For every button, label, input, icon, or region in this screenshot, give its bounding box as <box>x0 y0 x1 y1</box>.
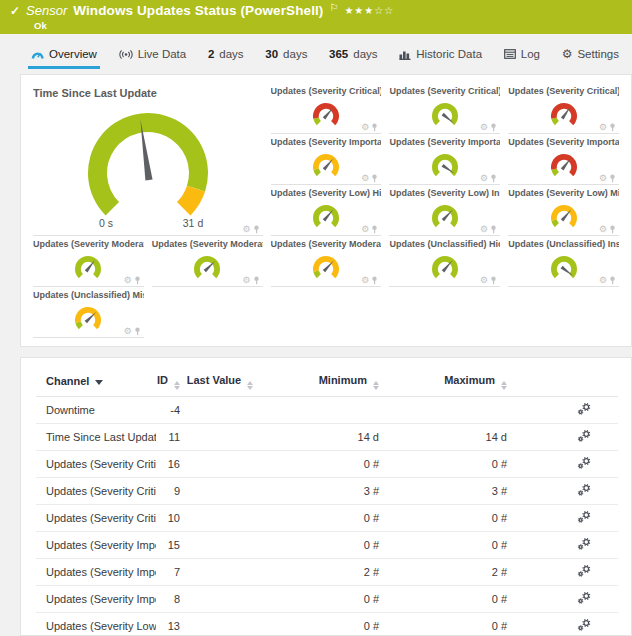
stars-filled[interactable]: ★★★ <box>344 5 374 16</box>
gauge-icon <box>31 49 44 60</box>
pin-icon[interactable] <box>490 174 497 183</box>
table-row: Updates (Severity Impo...150 #0 # <box>36 532 618 559</box>
gauge-settings-icon[interactable]: ⚙ <box>124 276 132 285</box>
channel-settings-icon[interactable] <box>577 483 592 499</box>
time-since-last-update-gauge: 0 s31 d <box>33 99 263 231</box>
column-header-actions <box>509 358 618 397</box>
actions-cell <box>509 397 618 424</box>
channel-id-cell: 9 <box>156 478 184 505</box>
pin-icon[interactable] <box>609 174 616 183</box>
pin-icon[interactable] <box>609 225 616 234</box>
column-header-id[interactable]: ID <box>156 358 184 397</box>
actions-cell <box>509 532 618 559</box>
last-value-cell <box>184 505 256 532</box>
pin-icon[interactable] <box>490 225 497 234</box>
tab-overview[interactable]: Overview <box>28 42 100 69</box>
stars-empty[interactable]: ☆☆ <box>374 5 394 16</box>
minimum-cell: 0 # <box>256 586 381 613</box>
gauge-settings-icon[interactable]: ⚙ <box>124 327 132 336</box>
tab-log[interactable]: Log <box>501 42 543 69</box>
actions-cell <box>509 424 618 451</box>
actions-cell <box>509 559 618 586</box>
sort-icon <box>174 381 180 390</box>
tab-days-30[interactable]: 30days <box>262 42 310 69</box>
tab-historic-data[interactable]: Historic Data <box>396 42 485 69</box>
gauge-settings-icon[interactable]: ⚙ <box>361 225 369 234</box>
channel-settings-icon[interactable] <box>577 429 592 445</box>
tab-live-data[interactable]: Live Data <box>116 42 190 69</box>
pin-icon[interactable] <box>490 123 497 132</box>
gauge-tile: Updates (Severity Critical) Ins...⚙ <box>389 84 500 134</box>
gauge-settings-icon[interactable]: ⚙ <box>599 225 607 234</box>
pin-icon[interactable] <box>134 327 141 336</box>
column-header-minimum[interactable]: Minimum <box>256 358 381 397</box>
flag-icon[interactable]: ⚐ <box>329 0 338 16</box>
pin-icon[interactable] <box>371 174 378 183</box>
status-check-icon: ✓ <box>10 3 20 19</box>
gauge-title: Updates (Severity Important) ... <box>389 135 500 147</box>
sort-icon <box>501 381 507 390</box>
pin-icon[interactable] <box>371 225 378 234</box>
column-header-channel[interactable]: Channel <box>36 358 156 397</box>
gauge-settings-icon[interactable]: ⚙ <box>480 276 488 285</box>
channel-settings-icon[interactable] <box>577 402 592 418</box>
tab-settings[interactable]: ⚙Settings <box>559 42 622 69</box>
channel-settings-icon[interactable] <box>577 564 592 580</box>
channel-settings-icon[interactable] <box>577 456 592 472</box>
channel-name-cell: Updates (Severity Impo... <box>36 532 156 559</box>
gauge-title: Updates (Severity Critical) Hi... <box>271 84 382 96</box>
gauge-settings-icon[interactable]: ⚙ <box>599 123 607 132</box>
minimum-cell: 0 # <box>256 532 381 559</box>
table-row: Downtime-4 <box>36 397 618 424</box>
actions-cell <box>509 613 618 636</box>
gauge-settings-icon[interactable]: ⚙ <box>480 123 488 132</box>
gauge-settings-icon[interactable]: ⚙ <box>243 225 251 234</box>
pin-icon[interactable] <box>134 276 141 285</box>
channel-name-cell: Updates (Severity Critic... <box>36 478 156 505</box>
last-value-cell <box>184 424 256 451</box>
gauge-title: Updates (Severity Important) ... <box>271 135 382 147</box>
priority-stars[interactable]: ★★★☆☆ <box>344 3 394 19</box>
maximum-cell: 3 # <box>381 478 509 505</box>
gauge-settings-icon[interactable]: ⚙ <box>480 174 488 183</box>
gauge-settings-icon[interactable]: ⚙ <box>599 174 607 183</box>
channel-settings-icon[interactable] <box>577 510 592 526</box>
gauge-settings-icon[interactable]: ⚙ <box>361 123 369 132</box>
pin-icon[interactable] <box>371 276 378 285</box>
tab-days-365[interactable]: 365days <box>326 42 380 69</box>
channel-settings-icon[interactable] <box>577 618 592 634</box>
minimum-cell: 0 # <box>256 451 381 478</box>
sort-desc-icon <box>95 380 103 385</box>
gauge-settings-icon[interactable]: ⚙ <box>599 276 607 285</box>
pin-icon[interactable] <box>609 276 616 285</box>
table-row: Updates (Severity Critic...160 #0 # <box>36 451 618 478</box>
gauge-settings-icon[interactable]: ⚙ <box>480 225 488 234</box>
last-value-cell <box>184 586 256 613</box>
gauge-tile: Updates (Severity Critical) Mi...⚙ <box>508 84 619 134</box>
pin-icon[interactable] <box>253 225 260 234</box>
maximum-cell: 0 # <box>381 613 509 636</box>
column-header-maximum[interactable]: Maximum <box>381 358 509 397</box>
table-row: Updates (Severity Critic...100 #0 # <box>36 505 618 532</box>
channel-settings-icon[interactable] <box>577 537 592 553</box>
channel-name-cell: Updates (Severity Critic... <box>36 451 156 478</box>
pin-icon[interactable] <box>371 123 378 132</box>
channel-id-cell: 16 <box>156 451 184 478</box>
gauge-tile: Updates (Severity Critical) Hi...⚙ <box>271 84 382 134</box>
gauge-tile: Updates (Severity Low) Hidden⚙ <box>271 186 382 236</box>
gauge-settings-icon[interactable]: ⚙ <box>361 174 369 183</box>
pin-icon[interactable] <box>490 276 497 285</box>
pin-icon[interactable] <box>609 123 616 132</box>
column-header-last-value[interactable]: Last Value <box>184 358 256 397</box>
channel-settings-icon[interactable] <box>577 591 592 607</box>
gauge-title: Updates (Unclassified) Missing <box>33 288 144 300</box>
last-value-cell <box>184 478 256 505</box>
pin-icon[interactable] <box>253 276 260 285</box>
gauge-settings-icon[interactable]: ⚙ <box>243 276 251 285</box>
table-row: Updates (Severity Low) ...130 #0 # <box>36 613 618 636</box>
gauge-settings-icon[interactable]: ⚙ <box>361 276 369 285</box>
gauge-tile: Updates (Severity Low) Missi...⚙ <box>508 186 619 236</box>
gauge-tile: Updates (Unclassified) Install...⚙ <box>508 237 619 287</box>
tab-days-2[interactable]: 2days <box>205 42 247 69</box>
maximum-cell: 0 # <box>381 586 509 613</box>
